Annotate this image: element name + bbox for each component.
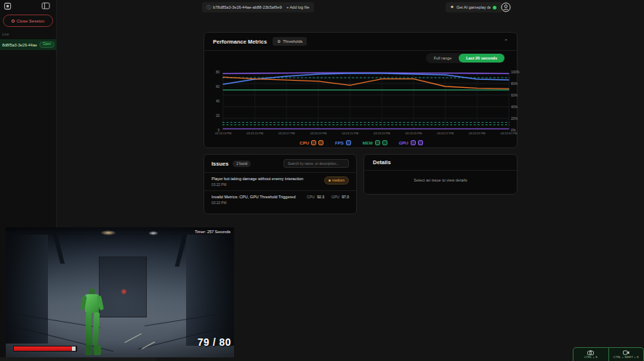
- chart-legend: CPUFPSMEMGPU: [204, 140, 518, 145]
- chart-right-axis: 0%20%40%60%80%100%: [511, 72, 526, 130]
- legend-checkbox-mem[interactable]: [382, 140, 387, 145]
- record-shortcut-label: CTRL + SHIFT + S: [613, 356, 639, 359]
- details-header: Details: [364, 155, 517, 171]
- issue-2-main: Invalid Metrics: CPU, GPU Threshold Trig…: [212, 195, 295, 205]
- screenshot-button[interactable]: CTRL + S: [573, 348, 608, 361]
- legend-checkbox-gpu[interactable]: [411, 140, 416, 145]
- chart-plot-area: [222, 72, 510, 130]
- right-axis-tick: 40%: [511, 105, 518, 109]
- legend-item-cpu: CPU: [299, 140, 323, 145]
- capture-bar: CTRL + S CTRL + SHIFT + S: [573, 347, 644, 361]
- legend-label: FPS: [335, 141, 344, 145]
- health-text: 79 / 80: [198, 336, 231, 348]
- session-id-pill[interactable]: ⓘ b78d85a3-3e26-44ae-ab88-23b5af9e9857: [202, 2, 293, 12]
- issues-header: Issues 2 found: [204, 155, 356, 173]
- x-axis-tick: 03:23:25 PM: [406, 131, 422, 135]
- right-axis-tick: 20%: [511, 117, 518, 121]
- add-log-file-button[interactable]: + Add log file: [282, 2, 314, 12]
- issue-1-severity-badge: medium: [324, 177, 349, 184]
- game-timer-text: Timer: 257 Seconds: [195, 230, 230, 234]
- game-viewport[interactable]: Timer: 257 Seconds 79 / 80: [6, 227, 234, 357]
- profile-button[interactable]: [501, 2, 511, 12]
- issue-2-gpu-metric: GPU 97.0: [331, 195, 349, 199]
- thresholds-label: Thresholds: [283, 39, 302, 44]
- legend-checkbox-cpu[interactable]: [318, 140, 323, 145]
- metrics-panel-header: Performance Metrics ⚙ Thresholds ⌃: [204, 33, 517, 51]
- game-bottom-strip: [0, 357, 156, 361]
- x-axis-tick: 03:23:17 PM: [278, 131, 295, 135]
- performance-chart[interactable]: [222, 72, 510, 130]
- legend-checkbox-mem[interactable]: [375, 140, 380, 145]
- issues-panel: Issues 2 found Player bot taking damage …: [204, 154, 357, 214]
- gpu-metric-value: 97.0: [342, 195, 349, 199]
- last-20-seconds-button[interactable]: Last 20 seconds: [459, 54, 504, 62]
- info-icon: ⓘ: [206, 4, 211, 11]
- details-title: Details: [373, 159, 391, 166]
- gpu-metric-label: GPU: [331, 195, 339, 199]
- range-toggle-group: Full range Last 20 seconds: [426, 53, 505, 63]
- right-axis-tick: 100%: [511, 70, 520, 74]
- stop-icon: [12, 20, 15, 23]
- sidebar-session-item[interactable]: 8d8f5a3-3e26-44ae-... Open: [0, 39, 57, 50]
- x-axis-tick: 03:23:31 PM: [501, 131, 518, 135]
- x-axis-tick: 03:23:27 PM: [437, 131, 454, 135]
- legend-label: MEM: [363, 141, 373, 145]
- issue-1-main: Player bot taking damage without enemy i…: [212, 177, 303, 187]
- status-dot-icon: [493, 6, 496, 9]
- legend-label: CPU: [299, 141, 309, 145]
- issue-2-cpu-metric: CPU 92.3: [307, 195, 324, 199]
- issue-2-metrics: CPU 92.3 GPU 97.0: [307, 195, 349, 199]
- thresholds-button[interactable]: ⚙ Thresholds: [273, 37, 307, 46]
- legend-item-fps: FPS: [335, 140, 351, 145]
- left-axis-tick: 20: [216, 114, 220, 118]
- x-axis-tick: 03:23:21 PM: [342, 131, 358, 135]
- left-axis-tick: 80: [216, 70, 220, 74]
- x-axis-tick: 03:23:29 PM: [469, 131, 486, 135]
- sidebar-section-label: Live: [2, 32, 9, 36]
- issue-2-title: Invalid Metrics: CPU, GPU Threshold Trig…: [212, 195, 295, 199]
- full-range-button[interactable]: Full range: [427, 54, 459, 62]
- sidebar-toggle-icon[interactable]: [41, 1, 50, 10]
- legend-item-gpu: GPU: [399, 140, 423, 145]
- x-axis-tick: 03:23:15 PM: [246, 131, 263, 135]
- close-session-button[interactable]: Close Session: [3, 15, 53, 27]
- health-bar-tip: [72, 346, 76, 351]
- issues-count-badge: 2 found: [233, 161, 251, 167]
- issue-row-1[interactable]: Player bot taking damage without enemy i…: [204, 173, 356, 191]
- cpu-metric-value: 92.3: [317, 195, 324, 199]
- legend-checkbox-gpu[interactable]: [418, 140, 423, 145]
- left-axis-tick: 60: [216, 85, 220, 89]
- legend-checkbox-fps[interactable]: [346, 140, 351, 145]
- legend-checkbox-cpu[interactable]: [311, 140, 316, 145]
- metrics-panel-title: Performance Metrics: [213, 38, 267, 45]
- issue-1-time: 03:22 PM: [212, 183, 303, 187]
- health-bar-fill: [14, 346, 72, 351]
- details-empty-message: Select an issue to view details: [364, 178, 517, 182]
- issues-search-input[interactable]: [283, 159, 349, 168]
- right-axis-tick: 60%: [511, 94, 518, 97]
- video-camera-icon: [623, 350, 629, 355]
- chart-x-axis: 03:23:13 PM03:23:15 PM03:23:17 PM03:23:1…: [222, 131, 510, 137]
- x-axis-tick: 03:23:13 PM: [215, 131, 232, 135]
- cpu-metric-label: CPU: [307, 195, 315, 199]
- details-panel: Details Select an issue to view details: [363, 154, 518, 195]
- connection-status-button[interactable]: [491, 4, 499, 12]
- close-session-label: Close Session: [17, 19, 44, 23]
- performance-metrics-panel: Performance Metrics ⚙ Thresholds ⌃ Full …: [204, 32, 518, 148]
- collapse-chevron-icon[interactable]: ⌃: [504, 38, 508, 44]
- issue-2-time: 03:23 PM: [212, 201, 295, 205]
- gear-icon: ⚙: [277, 39, 281, 44]
- x-axis-tick: 03:23:19 PM: [310, 131, 327, 135]
- app-window: Close Session Live 8d8f5a3-3e26-44ae-...…: [0, 0, 644, 361]
- issue-row-2[interactable]: Invalid Metrics: CPU, GPU Threshold Trig…: [204, 191, 356, 208]
- legend-item-mem: MEM: [363, 140, 387, 145]
- add-log-file-label: + Add log file: [286, 5, 310, 9]
- session-item-name: 8d8f5a3-3e26-44ae-...: [2, 43, 37, 47]
- camera-icon: [587, 350, 594, 355]
- record-button[interactable]: CTRL + SHIFT + S: [608, 348, 644, 361]
- chart-left-axis: 020406080: [210, 72, 221, 130]
- game-player-character: [76, 288, 108, 357]
- screenshot-shortcut-label: CTRL + S: [584, 356, 597, 359]
- issue-1-title: Player bot taking damage without enemy i…: [212, 177, 303, 181]
- app-logo-icon[interactable]: [4, 2, 12, 10]
